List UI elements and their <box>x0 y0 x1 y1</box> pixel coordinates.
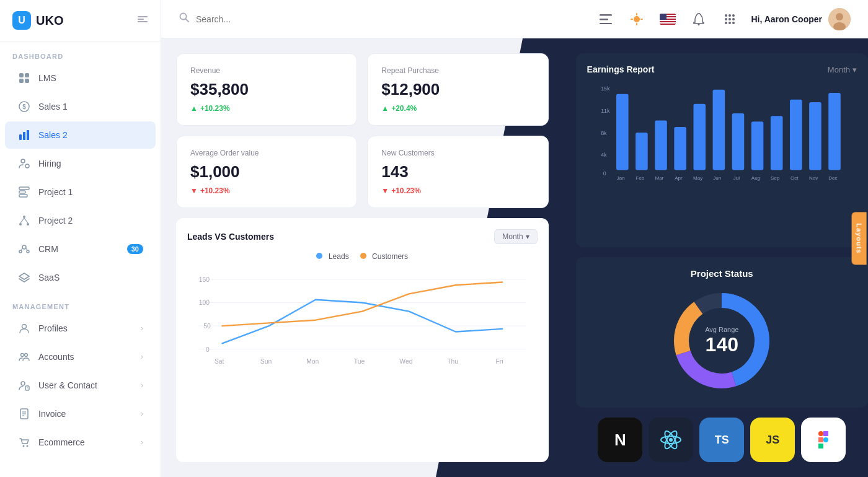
svg-rect-55 <box>660 20 676 21</box>
shop-icon <box>17 435 31 449</box>
svg-text:Tue: Tue <box>354 358 365 365</box>
search-icon <box>179 12 190 26</box>
svg-point-71 <box>836 13 843 20</box>
svg-point-44 <box>634 16 640 22</box>
svg-point-124 <box>669 438 673 442</box>
sidebar-item-crm[interactable]: CRM 30 <box>5 235 156 263</box>
svg-point-67 <box>725 22 727 24</box>
profiles-arrow-icon: › <box>141 324 143 333</box>
notifications-button[interactable] <box>689 9 709 29</box>
sidebar-item-saas-label: SaaS <box>38 273 143 282</box>
people-icon <box>17 350 31 364</box>
svg-point-63 <box>732 14 735 17</box>
user-contact-arrow-icon: › <box>141 381 143 390</box>
svg-rect-104 <box>828 93 841 170</box>
avg-order-change: ▼ +10.23% <box>190 186 343 195</box>
svg-line-26 <box>26 248 27 250</box>
panel-content: Revenue $35,800 ▲ +10.23% Repeat Purchas… <box>161 38 868 477</box>
svg-rect-10 <box>23 132 25 140</box>
svg-text:0: 0 <box>206 346 210 353</box>
sidebar-item-ecommerce[interactable]: Ecommerce › <box>5 429 156 456</box>
svg-text:11k: 11k <box>601 108 610 114</box>
sidebar-item-user-contact[interactable]: User & Contact › <box>5 372 156 399</box>
svg-text:8k: 8k <box>601 130 607 136</box>
theme-toggle-button[interactable] <box>627 9 647 29</box>
typescript-icon[interactable]: TS <box>699 418 744 462</box>
earnings-chart-card: Earnings Report Month ▾ 15k 11k 8k 4k <box>576 53 868 247</box>
svg-text:Mon: Mon <box>306 358 319 365</box>
search-input[interactable] <box>196 14 382 24</box>
avg-range-label: Avg Range <box>705 326 738 333</box>
sidebar: U UKO DASHBOARD LMS $ Sales 1 Sales 2 Hi… <box>0 0 161 477</box>
figma-icon[interactable] <box>801 418 846 462</box>
javascript-icon[interactable]: JS <box>750 418 795 462</box>
svg-text:Dec: Dec <box>828 175 837 181</box>
project1-icon <box>17 185 31 199</box>
up-arrow-icon: ▲ <box>190 104 198 113</box>
sidebar-item-hiring-label: Hiring <box>38 159 143 168</box>
earnings-title: Earnings Report <box>587 64 655 74</box>
react-icon[interactable] <box>649 418 693 462</box>
down-arrow-icon: ▼ <box>190 186 198 195</box>
svg-text:Sun: Sun <box>260 358 272 365</box>
sidebar-item-lms[interactable]: LMS <box>5 64 156 92</box>
sidebar-item-hiring[interactable]: Hiring <box>5 150 156 177</box>
sidebar-item-profiles[interactable]: Profiles › <box>5 315 156 342</box>
svg-rect-15 <box>19 191 25 193</box>
svg-text:Jul: Jul <box>733 175 739 181</box>
sidebar-item-saas[interactable]: SaaS <box>5 264 156 291</box>
sidebar-item-invoice[interactable]: Invoice › <box>5 400 156 427</box>
svg-rect-41 <box>600 14 612 16</box>
svg-rect-42 <box>600 19 608 20</box>
svg-point-68 <box>728 22 731 24</box>
sidebar-item-project1[interactable]: Project 1 <box>5 178 156 206</box>
avg-order-value: $1,000 <box>190 162 343 182</box>
svg-text:100: 100 <box>199 299 210 306</box>
svg-text:15k: 15k <box>601 85 610 92</box>
layouts-tab[interactable]: Layouts <box>851 212 866 265</box>
apps-grid-button[interactable] <box>720 9 740 29</box>
nextjs-icon[interactable]: N <box>598 418 642 462</box>
stat-card-avg-order: Average Order value $1,000 ▼ +10.23% <box>176 136 357 208</box>
svg-point-64 <box>725 18 727 20</box>
language-selector[interactable] <box>658 9 678 29</box>
main-area: Hi, Aaron Cooper Revenue $35,800 <box>161 0 868 477</box>
sidebar-item-project2[interactable]: Project 2 <box>5 207 156 234</box>
collapse-sidebar-button[interactable] <box>137 14 148 28</box>
revenue-change: ▲ +10.23% <box>190 104 343 113</box>
sidebar-item-ecommerce-label: Ecommerce <box>38 437 133 447</box>
leads-month-filter[interactable]: Month ▾ <box>494 229 537 244</box>
sidebar-item-sales2[interactable]: Sales 2 <box>5 121 156 149</box>
svg-rect-125 <box>818 431 823 436</box>
user-greeting[interactable]: Hi, Aaron Cooper <box>751 8 851 30</box>
svg-point-30 <box>21 382 25 385</box>
svg-rect-5 <box>19 79 24 83</box>
menu-icon[interactable] <box>596 9 616 29</box>
svg-rect-4 <box>25 73 29 77</box>
svg-rect-99 <box>732 113 744 170</box>
sidebar-item-accounts[interactable]: Accounts › <box>5 343 156 370</box>
header-actions: Hi, Aaron Cooper <box>596 8 851 30</box>
sidebar-item-project1-label: Project 1 <box>38 187 143 197</box>
person-settings-icon <box>17 157 31 170</box>
accounts-arrow-icon: › <box>141 352 143 361</box>
svg-point-23 <box>19 250 22 253</box>
svg-text:$: $ <box>22 103 26 110</box>
svg-line-25 <box>21 248 22 250</box>
sidebar-item-sales1[interactable]: $ Sales 1 <box>5 93 156 120</box>
leads-label: Leads <box>329 252 349 261</box>
chart-icon <box>17 128 31 142</box>
logo: U UKO <box>12 11 63 30</box>
svg-text:4k: 4k <box>601 152 607 158</box>
project-status-title: Project Status <box>691 268 753 279</box>
svg-point-17 <box>23 216 25 218</box>
node-icon <box>17 214 31 227</box>
svg-point-61 <box>725 14 727 17</box>
person-icon <box>17 322 31 335</box>
leads-chart-header: Leads VS Customers Month ▾ <box>187 229 538 244</box>
earnings-filter[interactable]: Month ▾ <box>828 65 857 74</box>
leads-chart-title: Leads VS Customers <box>187 232 274 242</box>
svg-text:Feb: Feb <box>636 175 644 181</box>
svg-text:Thu: Thu <box>447 358 458 365</box>
svg-text:Nov: Nov <box>809 175 818 181</box>
